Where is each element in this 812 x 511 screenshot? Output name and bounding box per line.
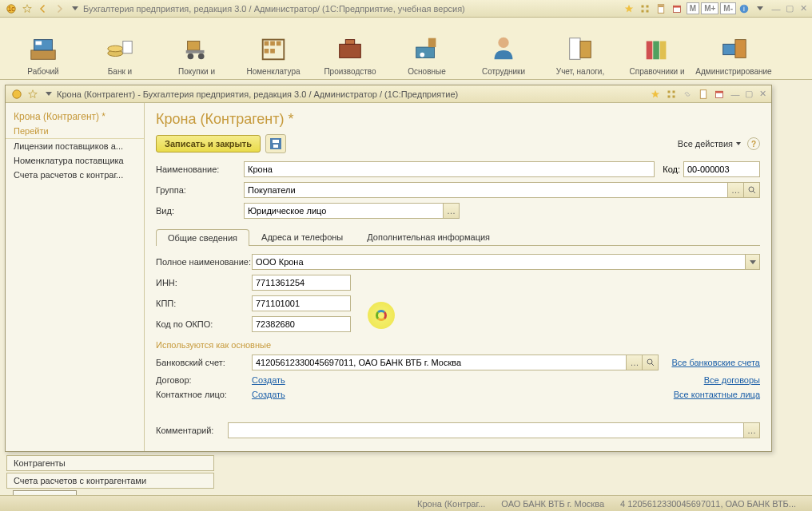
fullname-dropdown-icon[interactable] (746, 254, 760, 270)
svg-point-18 (108, 46, 123, 52)
status-entry: 4 1205612330045697011, ОАО БАНК ВТБ... (620, 499, 796, 509)
toolbar-item-bank[interactable]: Банк и (82, 34, 158, 79)
status-entry: ОАО БАНК ВТБ г. Москва (501, 499, 604, 509)
grid-icon[interactable] (638, 2, 652, 16)
info-icon[interactable]: i (737, 2, 751, 16)
code-input[interactable] (683, 161, 760, 177)
type-input[interactable] (244, 203, 444, 219)
help-icon[interactable]: ? (747, 137, 760, 150)
lower-item[interactable]: Контрагенты (6, 455, 214, 471)
star-outline-icon[interactable] (26, 87, 40, 101)
group-search-icon[interactable] (744, 182, 760, 198)
child-close-icon[interactable]: ✕ (757, 89, 768, 100)
svg-point-34 (420, 53, 424, 57)
maximize-window-icon[interactable]: ▢ (784, 3, 795, 14)
tab-general[interactable]: Общие сведения (156, 229, 249, 246)
child-minimize-icon[interactable]: — (730, 89, 741, 100)
group-lookup-button[interactable]: … (728, 182, 744, 198)
app-title: Бухгалтерия предприятия, редакция 3.0 / … (83, 4, 621, 14)
label-kpp: КПП: (156, 299, 252, 308)
star-icon[interactable] (622, 2, 636, 16)
close-window-icon[interactable]: ✕ (798, 3, 809, 14)
toolbar-item-purchases[interactable]: Покупки и (158, 34, 235, 79)
child-maximize-icon[interactable]: ▢ (743, 89, 754, 100)
nav-back-icon[interactable] (36, 2, 50, 16)
bank-search-icon[interactable] (643, 355, 659, 370)
svg-rect-54 (273, 140, 279, 143)
section-header: Используются как основные (156, 340, 760, 350)
comment-input[interactable] (228, 422, 744, 438)
grid-icon[interactable] (664, 87, 679, 101)
m-minus-button[interactable]: M- (720, 2, 736, 14)
calc-icon[interactable] (654, 2, 668, 16)
ledger-icon (565, 34, 595, 64)
nav-forward-icon[interactable] (52, 2, 66, 16)
svg-text:1c: 1c (8, 6, 15, 13)
toolbar-item-assets[interactable]: Основные (388, 34, 465, 79)
group-input[interactable] (244, 182, 728, 198)
okpo-input[interactable] (252, 316, 351, 332)
calendar-icon[interactable] (712, 87, 726, 101)
m-plus-button[interactable]: M+ (701, 2, 718, 14)
save-close-button[interactable]: Записать и закрыть (156, 135, 261, 153)
label-okpo: Код по ОКПО: (156, 319, 252, 329)
all-contracts-link[interactable]: Все договоры (704, 375, 760, 385)
left-panel-item[interactable]: Лицензии поставщиков а... (6, 139, 144, 153)
lower-panel: Контрагенты Счета расчетов с контрагента… (6, 455, 214, 490)
svg-line-59 (651, 363, 654, 366)
toolbar-item-reference[interactable]: Справочники и (619, 34, 695, 79)
document-window: Крона (Контрагент) - Бухгалтерия предпри… (5, 85, 772, 452)
save-button[interactable] (265, 134, 286, 153)
name-input[interactable] (244, 161, 655, 177)
svg-rect-42 (735, 40, 746, 58)
lower-item[interactable]: Счета расчетов с контрагентами (6, 473, 214, 489)
m-button[interactable]: M (687, 2, 699, 14)
toolbar-item-admin[interactable]: Администрирование (695, 34, 772, 79)
all-bank-link[interactable]: Все банковские счета (671, 358, 760, 367)
inn-input[interactable] (252, 275, 351, 291)
minimize-window-icon[interactable]: — (770, 3, 782, 14)
toolbar-item-accounting[interactable]: Учет, налоги, (542, 34, 619, 79)
calendar-icon[interactable] (670, 2, 684, 16)
fullname-input[interactable] (252, 254, 746, 270)
menu-dropdown-icon[interactable] (753, 2, 767, 16)
svg-rect-55 (273, 145, 278, 148)
comment-expand-button[interactable]: … (744, 422, 760, 438)
all-contacts-link[interactable]: Все контактные лица (674, 390, 760, 399)
left-panel-item[interactable]: Счета расчетов с контраг... (6, 168, 144, 182)
admin-icon (718, 34, 749, 64)
bank-lookup-button[interactable]: … (627, 355, 643, 370)
toolbar-item-nomenclature[interactable]: Номенклатура (235, 34, 312, 79)
tab-extra[interactable]: Дополнительная информация (355, 228, 502, 245)
left-panel-item[interactable]: Номенклатура поставщика (6, 153, 144, 168)
kpp-input[interactable] (252, 295, 351, 311)
star-outline-icon[interactable] (20, 2, 34, 16)
svg-text:i: i (743, 6, 745, 13)
svg-rect-52 (716, 91, 723, 93)
calc-icon[interactable] (696, 87, 710, 101)
star-icon[interactable] (648, 87, 663, 101)
bank-input[interactable] (252, 355, 627, 370)
svg-point-22 (198, 53, 205, 60)
toolbar-item-desktop[interactable]: Рабочий (5, 34, 82, 79)
nav-dropdown-icon[interactable] (42, 87, 56, 101)
left-panel-nav[interactable]: Перейти (6, 124, 144, 139)
nav-dropdown-icon[interactable] (68, 2, 82, 16)
toolbar-item-employees[interactable]: Сотрудники (465, 34, 542, 79)
label-contact: Контактное лицо: (156, 390, 252, 399)
toolbar-item-production[interactable]: Производство (312, 34, 388, 79)
all-actions-link[interactable]: Все действия (678, 139, 741, 149)
svg-rect-46 (668, 90, 671, 93)
outer-titlebar: 1c Бухгалтерия предприятия, редакция 3.0… (0, 0, 812, 18)
type-lookup-button[interactable]: … (444, 203, 460, 219)
create-contact-link[interactable]: Создать (252, 390, 285, 399)
svg-rect-16 (36, 42, 42, 46)
svg-point-21 (188, 53, 194, 60)
svg-rect-30 (340, 44, 361, 57)
link-icon[interactable] (680, 87, 695, 101)
create-contract-link[interactable]: Создать (252, 375, 285, 385)
tab-addresses[interactable]: Адреса и телефоны (249, 228, 355, 245)
status-bar: Крона (Контраг... ОАО БАНК ВТБ г. Москва… (0, 495, 812, 511)
svg-rect-48 (668, 95, 671, 97)
svg-rect-6 (641, 10, 643, 12)
